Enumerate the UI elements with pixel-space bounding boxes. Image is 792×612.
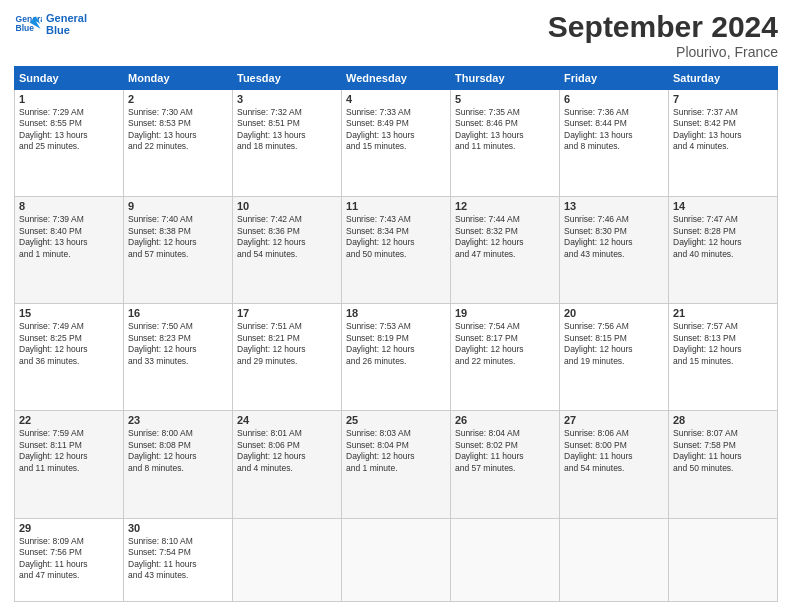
day-number: 29: [19, 522, 119, 534]
calendar-cell: [669, 518, 778, 601]
calendar-cell: 30Sunrise: 8:10 AM Sunset: 7:54 PM Dayli…: [124, 518, 233, 601]
calendar-cell: 16Sunrise: 7:50 AM Sunset: 8:23 PM Dayli…: [124, 304, 233, 411]
day-detail: Sunrise: 7:36 AM Sunset: 8:44 PM Dayligh…: [564, 107, 664, 153]
header: General Blue General Blue September 2024…: [14, 10, 778, 60]
calendar-cell: 18Sunrise: 7:53 AM Sunset: 8:19 PM Dayli…: [342, 304, 451, 411]
calendar-cell: 7Sunrise: 7:37 AM Sunset: 8:42 PM Daylig…: [669, 90, 778, 197]
day-number: 28: [673, 414, 773, 426]
location: Plourivo, France: [548, 44, 778, 60]
day-number: 9: [128, 200, 228, 212]
day-detail: Sunrise: 7:46 AM Sunset: 8:30 PM Dayligh…: [564, 214, 664, 260]
calendar-week-row: 22Sunrise: 7:59 AM Sunset: 8:11 PM Dayli…: [15, 411, 778, 518]
day-detail: Sunrise: 7:49 AM Sunset: 8:25 PM Dayligh…: [19, 321, 119, 367]
calendar-cell: 13Sunrise: 7:46 AM Sunset: 8:30 PM Dayli…: [560, 197, 669, 304]
calendar-week-row: 1Sunrise: 7:29 AM Sunset: 8:55 PM Daylig…: [15, 90, 778, 197]
calendar-cell: 26Sunrise: 8:04 AM Sunset: 8:02 PM Dayli…: [451, 411, 560, 518]
calendar-cell: 11Sunrise: 7:43 AM Sunset: 8:34 PM Dayli…: [342, 197, 451, 304]
calendar-cell: 4Sunrise: 7:33 AM Sunset: 8:49 PM Daylig…: [342, 90, 451, 197]
day-detail: Sunrise: 7:42 AM Sunset: 8:36 PM Dayligh…: [237, 214, 337, 260]
day-detail: Sunrise: 7:37 AM Sunset: 8:42 PM Dayligh…: [673, 107, 773, 153]
calendar-week-row: 8Sunrise: 7:39 AM Sunset: 8:40 PM Daylig…: [15, 197, 778, 304]
day-detail: Sunrise: 7:50 AM Sunset: 8:23 PM Dayligh…: [128, 321, 228, 367]
day-number: 30: [128, 522, 228, 534]
day-number: 14: [673, 200, 773, 212]
calendar-cell: [560, 518, 669, 601]
day-number: 4: [346, 93, 446, 105]
calendar-cell: 20Sunrise: 7:56 AM Sunset: 8:15 PM Dayli…: [560, 304, 669, 411]
day-number: 17: [237, 307, 337, 319]
calendar-table: SundayMondayTuesdayWednesdayThursdayFrid…: [14, 66, 778, 602]
day-detail: Sunrise: 7:35 AM Sunset: 8:46 PM Dayligh…: [455, 107, 555, 153]
day-number: 25: [346, 414, 446, 426]
calendar-cell: 10Sunrise: 7:42 AM Sunset: 8:36 PM Dayli…: [233, 197, 342, 304]
day-detail: Sunrise: 7:29 AM Sunset: 8:55 PM Dayligh…: [19, 107, 119, 153]
calendar-cell: 5Sunrise: 7:35 AM Sunset: 8:46 PM Daylig…: [451, 90, 560, 197]
day-detail: Sunrise: 7:53 AM Sunset: 8:19 PM Dayligh…: [346, 321, 446, 367]
day-detail: Sunrise: 7:40 AM Sunset: 8:38 PM Dayligh…: [128, 214, 228, 260]
day-detail: Sunrise: 7:54 AM Sunset: 8:17 PM Dayligh…: [455, 321, 555, 367]
calendar-cell: 17Sunrise: 7:51 AM Sunset: 8:21 PM Dayli…: [233, 304, 342, 411]
day-number: 22: [19, 414, 119, 426]
day-number: 27: [564, 414, 664, 426]
weekday-header: Tuesday: [233, 67, 342, 90]
day-number: 15: [19, 307, 119, 319]
day-detail: Sunrise: 7:33 AM Sunset: 8:49 PM Dayligh…: [346, 107, 446, 153]
weekday-header: Wednesday: [342, 67, 451, 90]
day-detail: Sunrise: 7:47 AM Sunset: 8:28 PM Dayligh…: [673, 214, 773, 260]
calendar-cell: 22Sunrise: 7:59 AM Sunset: 8:11 PM Dayli…: [15, 411, 124, 518]
day-detail: Sunrise: 8:03 AM Sunset: 8:04 PM Dayligh…: [346, 428, 446, 474]
day-detail: Sunrise: 8:07 AM Sunset: 7:58 PM Dayligh…: [673, 428, 773, 474]
day-number: 13: [564, 200, 664, 212]
day-detail: Sunrise: 7:32 AM Sunset: 8:51 PM Dayligh…: [237, 107, 337, 153]
logo-text: General Blue: [46, 12, 87, 36]
day-detail: Sunrise: 7:44 AM Sunset: 8:32 PM Dayligh…: [455, 214, 555, 260]
day-number: 24: [237, 414, 337, 426]
calendar-cell: 15Sunrise: 7:49 AM Sunset: 8:25 PM Dayli…: [15, 304, 124, 411]
day-number: 10: [237, 200, 337, 212]
calendar-cell: 9Sunrise: 7:40 AM Sunset: 8:38 PM Daylig…: [124, 197, 233, 304]
day-number: 16: [128, 307, 228, 319]
calendar-cell: 25Sunrise: 8:03 AM Sunset: 8:04 PM Dayli…: [342, 411, 451, 518]
calendar-cell: [342, 518, 451, 601]
weekday-header: Monday: [124, 67, 233, 90]
day-number: 7: [673, 93, 773, 105]
calendar-cell: 3Sunrise: 7:32 AM Sunset: 8:51 PM Daylig…: [233, 90, 342, 197]
calendar-cell: [233, 518, 342, 601]
day-number: 11: [346, 200, 446, 212]
day-detail: Sunrise: 7:43 AM Sunset: 8:34 PM Dayligh…: [346, 214, 446, 260]
calendar-cell: 27Sunrise: 8:06 AM Sunset: 8:00 PM Dayli…: [560, 411, 669, 518]
calendar-week-row: 15Sunrise: 7:49 AM Sunset: 8:25 PM Dayli…: [15, 304, 778, 411]
calendar-cell: 2Sunrise: 7:30 AM Sunset: 8:53 PM Daylig…: [124, 90, 233, 197]
day-number: 19: [455, 307, 555, 319]
day-detail: Sunrise: 8:01 AM Sunset: 8:06 PM Dayligh…: [237, 428, 337, 474]
day-detail: Sunrise: 7:57 AM Sunset: 8:13 PM Dayligh…: [673, 321, 773, 367]
month-title: September 2024: [548, 10, 778, 44]
calendar-cell: 6Sunrise: 7:36 AM Sunset: 8:44 PM Daylig…: [560, 90, 669, 197]
day-detail: Sunrise: 8:00 AM Sunset: 8:08 PM Dayligh…: [128, 428, 228, 474]
calendar-cell: 23Sunrise: 8:00 AM Sunset: 8:08 PM Dayli…: [124, 411, 233, 518]
day-number: 2: [128, 93, 228, 105]
calendar-cell: 24Sunrise: 8:01 AM Sunset: 8:06 PM Dayli…: [233, 411, 342, 518]
day-number: 12: [455, 200, 555, 212]
day-detail: Sunrise: 8:04 AM Sunset: 8:02 PM Dayligh…: [455, 428, 555, 474]
calendar-cell: 29Sunrise: 8:09 AM Sunset: 7:56 PM Dayli…: [15, 518, 124, 601]
calendar-cell: 8Sunrise: 7:39 AM Sunset: 8:40 PM Daylig…: [15, 197, 124, 304]
day-detail: Sunrise: 8:10 AM Sunset: 7:54 PM Dayligh…: [128, 536, 228, 582]
calendar-week-row: 29Sunrise: 8:09 AM Sunset: 7:56 PM Dayli…: [15, 518, 778, 601]
svg-text:Blue: Blue: [16, 23, 35, 33]
logo-icon: General Blue: [14, 10, 42, 38]
day-detail: Sunrise: 7:39 AM Sunset: 8:40 PM Dayligh…: [19, 214, 119, 260]
weekday-header: Sunday: [15, 67, 124, 90]
day-number: 3: [237, 93, 337, 105]
day-detail: Sunrise: 7:51 AM Sunset: 8:21 PM Dayligh…: [237, 321, 337, 367]
calendar-cell: 21Sunrise: 7:57 AM Sunset: 8:13 PM Dayli…: [669, 304, 778, 411]
calendar-cell: 28Sunrise: 8:07 AM Sunset: 7:58 PM Dayli…: [669, 411, 778, 518]
day-detail: Sunrise: 7:59 AM Sunset: 8:11 PM Dayligh…: [19, 428, 119, 474]
page: General Blue General Blue September 2024…: [0, 0, 792, 612]
title-block: September 2024 Plourivo, France: [548, 10, 778, 60]
day-detail: Sunrise: 8:09 AM Sunset: 7:56 PM Dayligh…: [19, 536, 119, 582]
day-number: 1: [19, 93, 119, 105]
day-number: 5: [455, 93, 555, 105]
calendar-cell: [451, 518, 560, 601]
calendar-cell: 12Sunrise: 7:44 AM Sunset: 8:32 PM Dayli…: [451, 197, 560, 304]
